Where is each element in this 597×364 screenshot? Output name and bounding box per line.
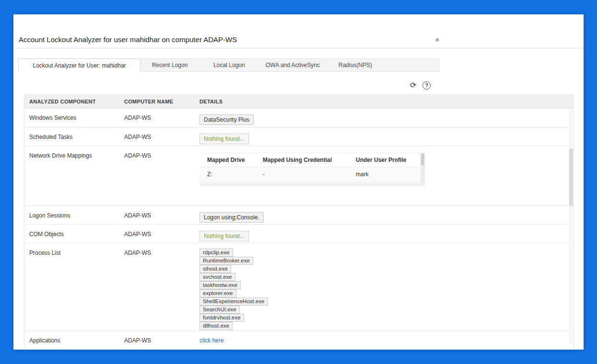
help-icon[interactable]: ? bbox=[422, 81, 431, 90]
table-row-windows-services: Windows Services ADAP-WS DataSecurity Pl… bbox=[24, 108, 574, 127]
tab-lockout-analyzer[interactable]: Lockout Analyzer for User: mahidhar bbox=[18, 58, 140, 73]
lockout-analyzer-dialog: Account Lockout Analyzer for user mahidh… bbox=[13, 14, 584, 350]
process-item: dllhost.exe bbox=[199, 322, 233, 330]
tab-local-logon[interactable]: Local Logon bbox=[199, 59, 259, 71]
process-item: SearchUI.exe bbox=[199, 306, 240, 314]
component-name: COM Objects bbox=[29, 225, 124, 243]
table-row-applications: Applications ADAP-WS click here bbox=[24, 331, 574, 350]
nested-table-scrollbar[interactable] bbox=[421, 153, 425, 185]
component-name: Network Drive Mappings bbox=[29, 146, 124, 205]
table-row-com-objects: COM Objects ADAP-WS Nothing found... bbox=[24, 225, 574, 243]
detail-badge: Logon using:Console. bbox=[199, 212, 264, 223]
component-name: Applications bbox=[29, 331, 124, 350]
process-item: sihost.exe bbox=[199, 265, 231, 273]
process-item: explorer.exe bbox=[199, 289, 236, 297]
process-item: fontdrvhost.exe bbox=[199, 314, 244, 322]
tab-owa-activesync[interactable]: OWA and ActiveSync bbox=[259, 59, 327, 71]
process-item: svchost.exe bbox=[199, 273, 235, 281]
header-details: DETAILS bbox=[199, 99, 574, 104]
component-name: Process List bbox=[29, 243, 124, 330]
dialog-title: Account Lockout Analyzer for user mahidh… bbox=[19, 35, 237, 44]
computer-name: ADAP-WS bbox=[124, 225, 199, 243]
computer-name: ADAP-WS bbox=[124, 243, 199, 330]
mapped-drive-value: Z: bbox=[207, 167, 263, 182]
refresh-icon[interactable]: ⟳ bbox=[410, 81, 416, 90]
header-mapped-using-credential: Mapped Using Credential bbox=[263, 153, 356, 167]
process-item: rdpclip.exe bbox=[199, 249, 233, 257]
nothing-found-badge: Nothing found... bbox=[199, 231, 249, 241]
tab-radius-nps[interactable]: Radius(NPS) bbox=[327, 59, 384, 71]
mapped-drives-header-row: Mapped Drive Mapped Using Credential Und… bbox=[199, 153, 425, 167]
component-name: Scheduled Tasks bbox=[29, 127, 124, 146]
table-scrollbar-thumb[interactable] bbox=[569, 148, 573, 206]
table-row-network-drive-mappings: Network Drive Mappings ADAP-WS Mapped Dr… bbox=[24, 146, 574, 206]
header-analyzed-component: ANALYZED COMPONENT bbox=[29, 99, 124, 104]
table-row-scheduled-tasks: Scheduled Tasks ADAP-WS Nothing found... bbox=[24, 127, 574, 146]
nested-table-scroll-track bbox=[199, 182, 425, 185]
process-item: taskhostw.exe bbox=[199, 281, 241, 289]
header-computer-name: COMPUTER NAME bbox=[124, 99, 199, 104]
table-scrollbar[interactable] bbox=[569, 108, 574, 344]
computer-name: ADAP-WS bbox=[124, 331, 199, 350]
computer-name: ADAP-WS bbox=[124, 127, 199, 146]
mapped-drive-row: Z: - mark bbox=[199, 167, 425, 182]
click-here-link[interactable]: click here bbox=[199, 337, 224, 344]
table-row-process-list: Process List ADAP-WS rdpclip.exe Runtime… bbox=[24, 243, 574, 331]
process-item: ShellExperienceHost.exe bbox=[199, 297, 268, 306]
mapped-drives-table: Mapped Drive Mapped Using Credential Und… bbox=[199, 153, 425, 185]
computer-name: ADAP-WS bbox=[124, 146, 199, 205]
computer-name: ADAP-WS bbox=[124, 108, 199, 127]
process-item: RuntimeBroker.exe bbox=[199, 257, 253, 265]
header-under-user-profile: Under User Profile bbox=[356, 153, 425, 167]
tab-bar: Lockout Analyzer for User: mahidhar Rece… bbox=[18, 58, 439, 72]
analysis-table: ANALYZED COMPONENT COMPUTER NAME DETAILS… bbox=[24, 94, 574, 350]
detail-badge: DataSecurity Plus bbox=[199, 114, 254, 125]
header-mapped-drive: Mapped Drive bbox=[207, 153, 263, 167]
table-row-logon-sessions: Logon Sessions ADAP-WS Logon using:Conso… bbox=[24, 206, 574, 225]
mapped-using-credential-value: - bbox=[263, 167, 356, 182]
nested-scrollbar-thumb[interactable] bbox=[421, 154, 424, 165]
component-name: Windows Services bbox=[29, 108, 124, 127]
title-bar: Account Lockout Analyzer for user mahidh… bbox=[13, 14, 584, 48]
under-user-profile-value: mark bbox=[356, 167, 425, 182]
close-icon[interactable]: × bbox=[433, 35, 441, 44]
nothing-found-badge: Nothing found... bbox=[199, 134, 249, 144]
computer-name: ADAP-WS bbox=[124, 206, 199, 224]
table-header-row: ANALYZED COMPONENT COMPUTER NAME DETAILS bbox=[24, 95, 574, 108]
component-name: Logon Sessions bbox=[29, 206, 124, 224]
toolbar: ⟳ ? bbox=[410, 81, 431, 90]
tab-recent-logon[interactable]: Recent Logon bbox=[140, 59, 199, 71]
